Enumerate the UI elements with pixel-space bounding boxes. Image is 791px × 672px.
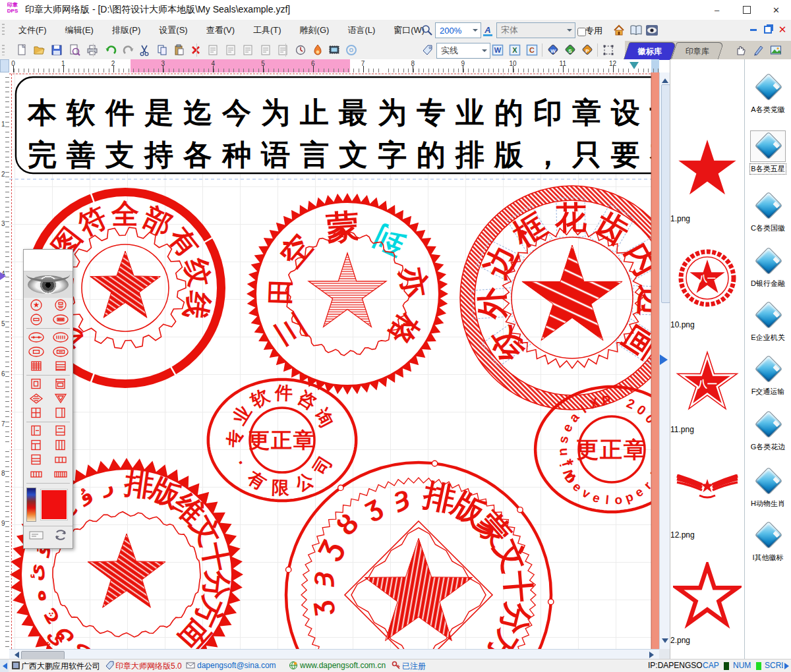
save-icon[interactable] <box>49 43 64 57</box>
category-E企业机关[interactable]: E企业机关 <box>745 300 791 343</box>
palette-rect-cols3[interactable] <box>28 468 45 481</box>
align-center-icon[interactable] <box>206 43 220 57</box>
vertical-text-icon[interactable] <box>258 43 273 57</box>
category-H动物生肖[interactable]: H动物生肖 <box>745 466 791 509</box>
category-D银行金融[interactable]: D银行金融 <box>745 246 791 289</box>
palette-ellipse-bar[interactable] <box>52 313 69 326</box>
category-G各类花边[interactable]: G各类花边 <box>745 410 791 452</box>
tag-p-icon[interactable]: P <box>580 43 595 57</box>
scroll-down-icon[interactable] <box>662 638 668 646</box>
close-button[interactable]: ✕ <box>761 0 791 20</box>
tag-w-icon[interactable]: W <box>546 43 560 57</box>
maximize-button[interactable] <box>732 0 761 20</box>
vertical-scroll-thumb[interactable] <box>661 84 670 303</box>
menu-0[interactable]: 文件(F) <box>9 24 56 36</box>
menu-7[interactable]: 语言(L) <box>338 24 384 36</box>
palette-square-bottomband[interactable] <box>52 424 69 437</box>
toolbar-grip[interactable] <box>2 45 5 55</box>
category-F交通运输[interactable]: F交通运输 <box>745 354 791 397</box>
indent-icon[interactable] <box>241 43 255 57</box>
thumbnail-1.png[interactable] <box>670 137 744 202</box>
select-frame-icon[interactable] <box>601 43 616 57</box>
palette-square-topband[interactable] <box>52 378 69 391</box>
tag-s-icon[interactable]: S <box>563 43 577 57</box>
current-color-swatch[interactable] <box>40 489 68 520</box>
eye-preview-icon[interactable] <box>645 23 659 38</box>
email-link[interactable]: dapengsoft@sina.com <box>197 661 276 670</box>
vertical-ruler[interactable]: 123456789 <box>0 72 10 649</box>
ruler-marker-icon[interactable] <box>630 62 639 73</box>
disc-icon[interactable] <box>344 43 359 57</box>
scroll-right-icon[interactable] <box>649 652 657 658</box>
palette-title-area[interactable] <box>24 250 73 271</box>
mdi-minimize-button[interactable] <box>747 24 759 36</box>
capture-icon[interactable] <box>327 43 341 57</box>
hand-tool-icon[interactable] <box>733 43 747 57</box>
mdi-close-button[interactable]: ✕ <box>776 24 788 36</box>
palette-ellipse-rect[interactable] <box>28 345 45 358</box>
print-preview-icon[interactable] <box>67 43 82 57</box>
rotate-icon[interactable] <box>293 43 308 57</box>
tab-徽标库[interactable]: 徽标库 <box>624 42 677 60</box>
category-I其他徽标[interactable]: I其他徽标 <box>745 520 791 563</box>
palette-diamond-bars[interactable] <box>28 392 45 405</box>
horizontal-scrollbar[interactable] <box>9 649 659 659</box>
design-canvas[interactable]: 本软件是迄今为止最为专业的印章设计完善支持各种语言文字的排版，只要有设计字图符全… <box>9 72 659 649</box>
status-scroll-left-icon[interactable] <box>0 659 9 672</box>
font-family-select[interactable]: 宋体 <box>496 22 575 38</box>
menu-2[interactable]: 排版(P) <box>103 24 150 36</box>
pen-tool-icon[interactable] <box>751 43 766 57</box>
thumbnail-12.png[interactable] <box>670 474 744 505</box>
palette-ellipse-rect2[interactable] <box>52 345 69 358</box>
line-style-select[interactable]: 实线 <box>436 43 490 59</box>
palette-rect-cols5[interactable] <box>52 468 69 481</box>
home-icon[interactable] <box>612 23 626 38</box>
palette-triangle-down[interactable] <box>52 392 69 405</box>
palette-circle-star[interactable] <box>28 298 45 312</box>
refresh-button[interactable] <box>52 528 69 542</box>
palette-square-corner[interactable] <box>28 439 45 452</box>
tab-印章库[interactable]: 印章库 <box>671 42 724 60</box>
menu-5[interactable]: 工具(T) <box>244 24 291 36</box>
align-lines-icon[interactable] <box>223 43 238 57</box>
zoom-level-select[interactable]: 200% <box>435 22 481 38</box>
open-folder-icon[interactable] <box>32 43 47 57</box>
chart-export-icon[interactable]: C <box>525 43 539 57</box>
palette-grid-dense[interactable] <box>28 360 45 373</box>
palette-ellipse-hatch[interactable] <box>52 331 69 344</box>
thumbnail-2.png[interactable] <box>670 562 744 633</box>
excel-export-icon[interactable]: X <box>508 43 522 57</box>
palette-square-rows[interactable] <box>28 453 45 466</box>
font-color-icon[interactable]: A <box>481 23 495 38</box>
palette-square-leftband[interactable] <box>28 424 45 437</box>
menu-3[interactable]: 设置(S) <box>150 24 196 36</box>
category-C各类国徽[interactable]: C各类国徽 <box>745 191 791 233</box>
zoom-tool-icon[interactable] <box>420 23 434 38</box>
scroll-up-icon[interactable] <box>662 75 668 83</box>
seal-ornate-border[interactable]: 纹外边框花齿内边画 <box>460 186 659 410</box>
image-tool-icon[interactable] <box>769 43 783 57</box>
menu-4[interactable]: 查看(V) <box>197 24 244 36</box>
print-icon[interactable] <box>85 43 100 57</box>
new-doc-icon[interactable] <box>15 43 29 57</box>
palette-square-grid4[interactable] <box>28 406 45 420</box>
thumbnail-10.png[interactable]: 八一 <box>670 247 744 312</box>
seal-correction-cn[interactable]: ·专业软件咨询有限公司更正章 <box>208 379 356 501</box>
seal-tooth-multilang[interactable]: 三田空蒙到亦格 <box>247 193 448 395</box>
book-icon[interactable] <box>629 23 643 38</box>
distribute-icon[interactable] <box>276 43 290 57</box>
website-link[interactable]: www.dapengsoft.com.cn <box>300 661 386 670</box>
card-button[interactable] <box>28 528 45 542</box>
undo-icon[interactable] <box>103 43 118 57</box>
engrave-icon[interactable] <box>310 43 325 57</box>
cut-icon[interactable] <box>137 43 152 57</box>
vertical-ruler-marker-icon[interactable] <box>0 272 10 280</box>
redo-icon[interactable] <box>121 43 136 57</box>
menu-1[interactable]: 编辑(E) <box>56 24 103 36</box>
mdi-restore-button[interactable] <box>762 24 774 36</box>
tag-icon[interactable] <box>421 43 435 57</box>
thumbnail-11.png[interactable]: 八一 <box>670 349 744 420</box>
palette-ellipse-deco[interactable] <box>28 331 45 344</box>
word-export-icon[interactable]: W <box>490 43 505 57</box>
headline-frame[interactable]: 本软件是迄今为止最为专业的印章设计完善支持各种语言文字的排版，只要有 <box>16 77 659 173</box>
